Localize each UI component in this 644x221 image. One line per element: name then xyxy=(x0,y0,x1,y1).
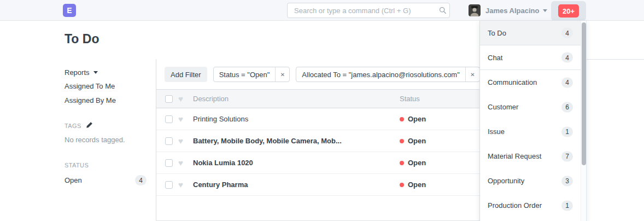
select-all-checkbox[interactable] xyxy=(165,95,173,103)
row-description[interactable]: Century Pharma xyxy=(193,181,248,189)
notification-item-label: Customer xyxy=(488,103,518,111)
notification-menu-item[interactable]: Chat 4 xyxy=(480,45,582,70)
tags-heading: TAGS xyxy=(65,123,81,129)
notification-item-count: 4 xyxy=(561,28,573,38)
row-checkbox[interactable] xyxy=(165,137,173,145)
sidebar-status-open[interactable]: Open 4 xyxy=(65,175,147,185)
sidebar-reports-label: Reports xyxy=(65,68,90,77)
row-checkbox[interactable] xyxy=(165,115,173,123)
notification-menu-item[interactable]: Production Order 1 xyxy=(480,193,582,218)
row-status: Open xyxy=(400,174,426,195)
filter-chip-allocated-to[interactable]: Allocated To = "james.alpacino@riosoluti… xyxy=(296,67,479,82)
dropdown-scrollbar[interactable] xyxy=(581,21,586,221)
notification-item-label: Opportunity xyxy=(488,177,524,185)
status-dot-icon xyxy=(400,117,404,121)
sidebar-item-assigned-to-me[interactable]: Assigned To Me xyxy=(65,82,147,91)
user-name: James Alpacino xyxy=(485,7,540,15)
status-label: Open xyxy=(408,181,426,189)
sidebar-reports-dropdown[interactable]: Reports xyxy=(65,68,147,77)
remove-filter-icon[interactable]: ✕ xyxy=(275,67,289,82)
notification-menu-item[interactable]: Material Request 7 xyxy=(480,144,582,168)
notification-item-label: Chat xyxy=(488,54,502,62)
status-label: Open xyxy=(408,137,426,145)
search-icon xyxy=(436,7,449,14)
app-logo[interactable]: E xyxy=(63,4,76,17)
sidebar: Reports Assigned To Me Assigned By Me TA… xyxy=(0,59,156,221)
navbar: E James Alpacino xyxy=(0,0,644,21)
status-filter-label: Open xyxy=(65,176,82,184)
notification-item-label: To Do xyxy=(488,29,506,37)
global-search xyxy=(287,3,450,18)
notification-item-count: 6 xyxy=(561,102,573,112)
user-avatar xyxy=(469,4,481,16)
notification-menu-item[interactable]: Issue 1 xyxy=(480,119,582,144)
column-header-status: Status xyxy=(400,90,420,108)
status-dot-icon xyxy=(400,161,404,165)
edit-tags-icon[interactable] xyxy=(86,121,93,130)
user-menu[interactable]: James Alpacino xyxy=(469,0,547,21)
notification-item-label: Production Order xyxy=(488,201,542,210)
notification-item-label: Communication xyxy=(488,78,537,86)
row-status: Open xyxy=(400,108,426,130)
notification-item-count: 7 xyxy=(561,151,573,161)
row-status: Open xyxy=(400,130,426,152)
status-dot-icon xyxy=(400,139,404,143)
remove-filter-icon[interactable]: ✕ xyxy=(465,67,479,82)
status-label: Open xyxy=(408,115,426,123)
filter-chip-status[interactable]: Status = "Open" ✕ xyxy=(213,67,290,82)
notifications-toggle[interactable]: 20+ xyxy=(551,1,586,21)
tags-empty-text: No records tagged. xyxy=(65,136,147,144)
notifications-dropdown: To Do 4 Chat 4 Communication 4 Customer … xyxy=(479,21,587,221)
status-label: Open xyxy=(408,159,426,167)
notification-items: To Do 4 Chat 4 Communication 4 Customer … xyxy=(480,21,582,218)
chevron-down-icon xyxy=(543,9,547,12)
status-heading: STATUS xyxy=(65,162,147,168)
heart-icon[interactable]: ♥ xyxy=(178,159,187,167)
status-dot-icon xyxy=(400,183,404,187)
row-checkbox[interactable] xyxy=(165,181,173,189)
chevron-down-icon xyxy=(93,71,98,74)
notification-item-count: 1 xyxy=(561,126,573,137)
notification-count-badge: 20+ xyxy=(558,4,579,18)
notification-item-count: 3 xyxy=(561,176,573,186)
heart-icon: ♥ xyxy=(178,95,187,103)
add-filter-button[interactable]: Add Filter xyxy=(165,67,207,82)
heart-icon[interactable]: ♥ xyxy=(178,137,187,145)
search-input[interactable] xyxy=(288,7,436,15)
filter-chip-label: Allocated To = "james.alpacino@riosoluti… xyxy=(296,71,465,79)
notification-item-count: 4 xyxy=(561,53,573,63)
app-screen: E James Alpacino xyxy=(0,0,644,221)
scrollbar-thumb[interactable] xyxy=(582,22,586,165)
heart-icon[interactable]: ♥ xyxy=(178,181,187,189)
notification-item-label: Issue xyxy=(488,127,505,136)
filter-row: Add Filter Status = "Open" ✕ Allocated T… xyxy=(165,67,480,82)
notification-menu-item[interactable]: Opportunity 3 xyxy=(480,168,582,193)
row-description[interactable]: Printing Solutions xyxy=(193,115,248,123)
row-checkbox[interactable] xyxy=(165,159,173,167)
row-description[interactable]: Nokia Lumia 1020 xyxy=(193,159,253,167)
column-header-description: Description xyxy=(193,95,229,103)
page-title: To Do xyxy=(65,32,99,46)
row-description[interactable]: Battery, Mobile Body, Mobile Camera, Mob… xyxy=(193,137,342,145)
notification-item-count: 1 xyxy=(561,200,573,211)
sidebar-item-assigned-by-me[interactable]: Assigned By Me xyxy=(65,96,147,105)
notification-menu-item[interactable]: Customer 6 xyxy=(480,95,582,119)
notification-menu-item[interactable]: To Do 4 xyxy=(480,21,582,45)
notification-item-count: 4 xyxy=(561,77,573,88)
notification-item-label: Material Request xyxy=(488,152,541,160)
status-count-badge: 4 xyxy=(135,175,147,185)
notification-menu-item[interactable]: Communication 4 xyxy=(480,70,582,95)
row-status: Open xyxy=(400,152,426,173)
heart-icon[interactable]: ♥ xyxy=(178,115,187,123)
filter-chip-label: Status = "Open" xyxy=(214,71,276,79)
